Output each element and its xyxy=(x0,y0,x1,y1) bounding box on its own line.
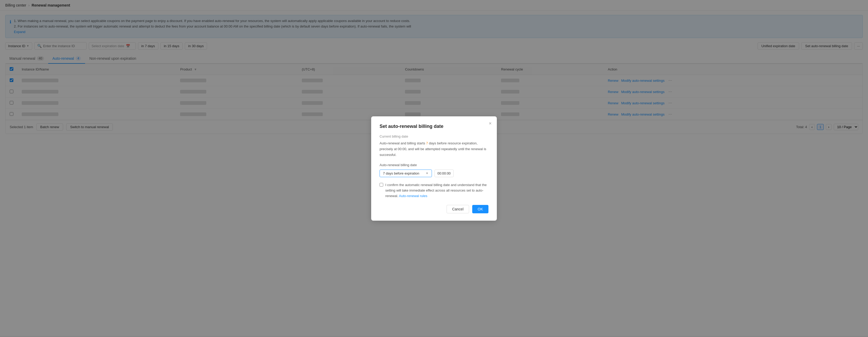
cancel-button[interactable]: Cancel xyxy=(446,205,469,213)
modal-confirm-row: I confirm the automatic renewal billing … xyxy=(379,182,489,199)
modal-overlay: Set auto-renewal billing date × Current … xyxy=(0,0,868,337)
confirm-checkbox[interactable] xyxy=(379,183,383,187)
set-auto-renewal-modal: Set auto-renewal billing date × Current … xyxy=(371,116,497,221)
modal-close-btn[interactable]: × xyxy=(489,121,492,126)
dropdown-chevron-icon: ▼ xyxy=(426,172,429,175)
billing-date-value: 7 days before expiration xyxy=(383,171,419,175)
auto-renewal-rules-link[interactable]: Auto-renewal rules xyxy=(399,194,427,198)
days-highlight: 7 xyxy=(426,141,428,145)
current-billing-label: Current billing date xyxy=(379,135,489,138)
billing-date-dropdown[interactable]: 7 days before expiration ▼ xyxy=(379,170,432,177)
modal-description: Auto-renewal and billing starts 7 days b… xyxy=(379,140,489,158)
field-label: Auto-renewal billing date xyxy=(379,163,489,167)
ok-button[interactable]: OK xyxy=(472,205,489,213)
modal-footer: Cancel OK xyxy=(379,205,489,213)
modal-title: Set auto-renewal billing date xyxy=(379,124,489,129)
time-display: 00:00:00 xyxy=(435,170,454,177)
confirm-text: I confirm the automatic renewal billing … xyxy=(385,182,489,199)
modal-input-row: 7 days before expiration ▼ 00:00:00 xyxy=(379,170,489,177)
